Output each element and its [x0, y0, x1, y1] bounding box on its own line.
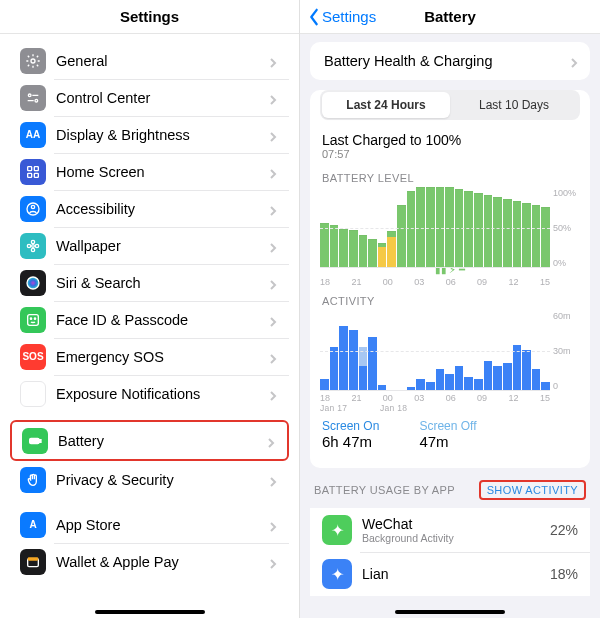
app-row-wechat[interactable]: ✦WeChatBackground Activity22%	[310, 508, 590, 552]
app-percentage: 22%	[550, 522, 578, 538]
svg-rect-7	[28, 173, 32, 177]
sidebar-item-wallpaper[interactable]: Wallpaper	[10, 227, 289, 264]
svg-point-14	[27, 244, 30, 247]
general-icon	[20, 48, 46, 74]
tab-last-10-days[interactable]: Last 10 Days	[450, 92, 578, 118]
chevron-right-icon	[265, 435, 277, 447]
screen-stats: Screen On 6h 47m Screen Off 47m	[310, 413, 590, 460]
sidebar-item-privacy[interactable]: Privacy & Security	[10, 461, 289, 498]
sidebar-item-wallet[interactable]: Wallet & Apple Pay	[10, 543, 289, 580]
svg-rect-5	[28, 166, 32, 170]
battery-level-chart: 100%50%0%	[320, 188, 580, 268]
chevron-right-icon	[267, 203, 279, 215]
navbar-left: Settings	[0, 0, 299, 34]
svg-point-15	[35, 244, 38, 247]
sidebar-item-battery[interactable]: Battery	[12, 422, 287, 459]
sidebar-item-label: Siri & Search	[56, 275, 267, 291]
app-percentage: 18%	[550, 566, 578, 582]
display-icon: AA	[20, 122, 46, 148]
sidebar-item-label: Wallpaper	[56, 238, 267, 254]
svg-line-28	[36, 389, 38, 391]
faceid-icon	[20, 307, 46, 333]
screen-on-value: 6h 47m	[322, 433, 379, 450]
activity-chart: 60m30m0	[320, 311, 580, 391]
svg-point-10	[31, 205, 34, 208]
battery-icon	[22, 428, 48, 454]
svg-point-19	[34, 318, 35, 319]
sidebar-item-siri[interactable]: Siri & Search	[10, 264, 289, 301]
wallet-icon	[20, 549, 46, 575]
usage-caption: BATTERY USAGE BY APP	[314, 484, 455, 496]
sidebar-item-label: App Store	[56, 517, 267, 533]
exposure-icon	[20, 381, 46, 407]
home-indicator[interactable]	[395, 610, 505, 614]
chevron-right-icon	[267, 92, 279, 104]
svg-point-11	[32, 244, 35, 247]
chevron-right-icon	[267, 519, 279, 531]
svg-point-16	[27, 277, 39, 289]
wallpaper-icon	[20, 233, 46, 259]
home-screen-icon	[20, 159, 46, 185]
navbar-right: Settings Battery	[300, 0, 600, 34]
chevron-right-icon	[267, 314, 279, 326]
sidebar-item-label: Face ID & Passcode	[56, 312, 267, 328]
tab-last-24-hours[interactable]: Last 24 Hours	[322, 92, 450, 118]
svg-rect-17	[28, 314, 39, 325]
app-name: Lian	[362, 566, 550, 582]
svg-point-1	[28, 94, 31, 97]
back-button[interactable]: Settings	[308, 8, 376, 26]
app-store-icon: A	[20, 512, 46, 538]
date-label: Jan 17	[320, 403, 347, 413]
sidebar-item-label: Wallet & Apple Pay	[56, 554, 267, 570]
app-name: WeChat	[362, 516, 550, 532]
sidebar-item-app-store[interactable]: AApp Store	[10, 506, 289, 543]
privacy-icon	[20, 467, 46, 493]
wechat-icon: ✦	[322, 515, 352, 545]
svg-rect-29	[30, 438, 39, 443]
back-label: Settings	[322, 8, 376, 25]
chevron-right-icon	[267, 388, 279, 400]
app-row-lian[interactable]: ✦Lian18%	[310, 552, 590, 596]
screen-off-value: 47m	[419, 433, 476, 450]
sidebar-item-label: Control Center	[56, 90, 267, 106]
sidebar-item-sos[interactable]: SOSEmergency SOS	[10, 338, 289, 375]
home-indicator[interactable]	[95, 610, 205, 614]
sidebar-item-label: Display & Brightness	[56, 127, 267, 143]
sidebar-item-label: Exposure Notifications	[56, 386, 267, 402]
sidebar-item-label: Privacy & Security	[56, 472, 267, 488]
screen-on-label: Screen On	[322, 419, 379, 433]
sidebar-item-control-center[interactable]: Control Center	[10, 79, 289, 116]
sidebar-item-exposure[interactable]: Exposure Notifications	[10, 375, 289, 412]
last-charged: Last Charged to 100% 07:57	[310, 130, 590, 164]
svg-point-0	[31, 59, 35, 63]
battery-health-cell[interactable]: Battery Health & Charging	[310, 42, 590, 80]
svg-line-27	[28, 396, 30, 398]
svg-rect-6	[34, 166, 38, 170]
lian-icon: ✦	[322, 559, 352, 589]
svg-point-3	[35, 99, 38, 102]
page-title: Settings	[120, 8, 179, 25]
sidebar-item-home-screen[interactable]: Home Screen	[10, 153, 289, 190]
sos-icon: SOS	[20, 344, 46, 370]
sidebar-item-accessibility[interactable]: Accessibility	[10, 190, 289, 227]
battery-level-caption: BATTERY LEVEL	[322, 172, 414, 184]
sidebar-item-label: Emergency SOS	[56, 349, 267, 365]
accessibility-icon	[20, 196, 46, 222]
svg-line-26	[36, 396, 38, 398]
chevron-right-icon	[267, 556, 279, 568]
chevron-right-icon	[267, 129, 279, 141]
sidebar-item-faceid[interactable]: Face ID & Passcode	[10, 301, 289, 338]
sidebar-item-display[interactable]: AADisplay & Brightness	[10, 116, 289, 153]
chevron-right-icon	[568, 55, 580, 67]
sidebar-item-label: Battery	[58, 433, 265, 449]
svg-point-20	[30, 390, 37, 397]
svg-rect-8	[34, 173, 38, 177]
sidebar-item-general[interactable]: General	[10, 42, 289, 79]
chevron-right-icon	[267, 277, 279, 289]
sidebar-item-label: Accessibility	[56, 201, 267, 217]
date-label: Jan 18	[380, 403, 407, 413]
show-activity-button[interactable]: SHOW ACTIVITY	[479, 480, 586, 500]
svg-rect-30	[40, 439, 41, 442]
time-range-segmented[interactable]: Last 24 Hours Last 10 Days	[320, 90, 580, 120]
svg-point-12	[31, 240, 34, 243]
